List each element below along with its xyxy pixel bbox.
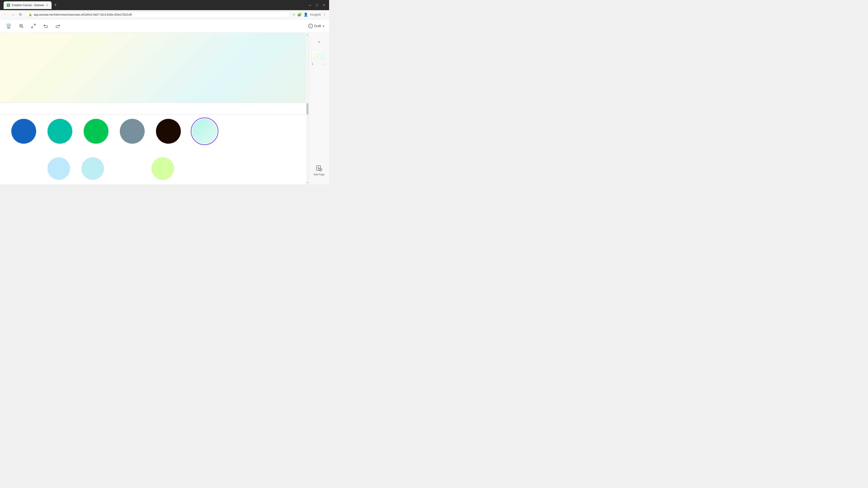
tab-favicon: S: [7, 4, 10, 7]
browser-window: S Creative Canvas - Seesaw ✕ + ─ □ ✕ ← →…: [0, 0, 329, 184]
green-circle[interactable]: [84, 119, 108, 144]
scrollbar-track[interactable]: ▲ ▼: [306, 33, 309, 184]
dark-brown-circle[interactable]: [156, 119, 181, 144]
light-green-circle[interactable]: [151, 157, 174, 180]
new-tab-button[interactable]: +: [53, 2, 59, 8]
color-circles-row2: [0, 157, 306, 180]
page-more-button[interactable]: ···: [323, 62, 327, 66]
page-number: 1: [312, 63, 313, 65]
draft-dropdown-icon: ∨: [322, 24, 324, 28]
tab-container: S Creative Canvas - Seesaw ✕ +: [4, 1, 305, 9]
undo-button[interactable]: [42, 22, 50, 30]
active-tab[interactable]: S Creative Canvas - Seesaw ✕: [4, 1, 52, 9]
canvas-gradient: [0, 33, 309, 103]
page-info-row: 1 ···: [312, 62, 327, 66]
browser-actions: ☆ 🧩 👤 Incognito ⋮: [292, 12, 327, 17]
main-area: ▲ ▼ › 1 ···: [0, 33, 329, 184]
light-blue-circle[interactable]: [48, 157, 70, 180]
color-circles-row1: [0, 114, 306, 148]
minimize-button[interactable]: ─: [307, 2, 313, 8]
tab-title: Creative Canvas - Seesaw: [12, 4, 44, 7]
teal-circle[interactable]: [48, 119, 72, 144]
draft-check-icon: ✓: [308, 24, 313, 28]
light-cyan-circle[interactable]: [81, 157, 104, 180]
mint-circle[interactable]: [192, 119, 217, 144]
scrollbar-up-arrow[interactable]: ▲: [306, 33, 309, 36]
app-toolbar: 🗑️: [0, 19, 329, 33]
draft-button[interactable]: ✓ Draft ∨: [308, 24, 324, 28]
bookmark-icon[interactable]: ☆: [292, 12, 296, 17]
restore-button[interactable]: □: [314, 2, 320, 8]
scrollbar-down-arrow[interactable]: ▼: [306, 181, 309, 184]
right-sidebar: › 1 ···: [309, 33, 329, 184]
window-controls-right: ─ □ ✕: [307, 2, 327, 8]
tab-bar: S Creative Canvas - Seesaw ✕ + ─ □ ✕: [0, 0, 329, 10]
delete-button[interactable]: 🗑️: [4, 22, 13, 30]
svg-line-5: [32, 26, 33, 28]
page-thumbnail[interactable]: [312, 50, 327, 61]
redo-button[interactable]: [54, 22, 62, 30]
svg-line-3: [22, 27, 23, 28]
blue-circle[interactable]: [11, 119, 36, 144]
tab-close-button[interactable]: ✕: [46, 4, 49, 7]
incognito-label: Incognito: [310, 13, 321, 16]
menu-icon[interactable]: ⋮: [323, 12, 327, 17]
gray-circle[interactable]: [120, 119, 145, 144]
back-button[interactable]: ←: [3, 12, 8, 18]
url-bar[interactable]: 🔒 app.seesaw.me/#/item/new/class/class.e…: [25, 11, 290, 18]
canvas-area[interactable]: ▲ ▼: [0, 33, 309, 184]
svg-line-4: [34, 24, 35, 25]
add-page-icon: [315, 164, 323, 172]
sidebar-expand-button[interactable]: ›: [316, 37, 322, 46]
add-page-label: Add Page: [313, 173, 324, 176]
profile-icon[interactable]: 👤: [304, 12, 308, 17]
page-thumbnail-container: 1 ···: [312, 48, 327, 66]
scrollbar-thumb[interactable]: [307, 103, 308, 115]
forward-button[interactable]: →: [10, 12, 16, 18]
fullscreen-button[interactable]: [30, 22, 37, 30]
address-bar: ← → ↻ 🔒 app.seesaw.me/#/item/new/class/c…: [0, 10, 329, 19]
draft-label: Draft: [314, 24, 321, 28]
extensions-icon[interactable]: 🧩: [297, 12, 302, 17]
zoom-in-button[interactable]: [18, 22, 25, 30]
close-button[interactable]: ✕: [321, 2, 327, 8]
add-page-button[interactable]: Add Page: [312, 162, 326, 177]
refresh-button[interactable]: ↻: [18, 11, 23, 18]
url-text: app.seesaw.me/#/item/new/class/class.e01…: [34, 13, 287, 16]
